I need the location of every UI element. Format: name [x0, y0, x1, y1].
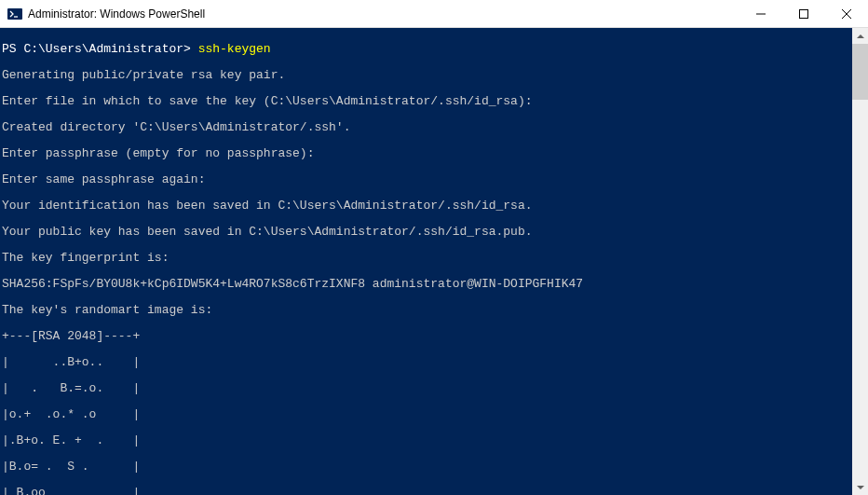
output-line: Your identification has been saved in C:…: [2, 199, 868, 213]
randomart-line: | ..B+o.. |: [2, 356, 868, 369]
close-button[interactable]: [825, 0, 868, 28]
svg-rect-3: [800, 10, 808, 19]
terminal-output[interactable]: PS C:\Users\Administrator> ssh-keygen Ge…: [0, 28, 868, 495]
window-titlebar: Administrator: Windows PowerShell: [0, 0, 868, 28]
output-line: Enter file in which to save the key (C:\…: [2, 95, 868, 108]
svg-rect-0: [7, 8, 22, 20]
scroll-up-arrow[interactable]: [852, 28, 868, 44]
output-line: Created directory 'C:\Users\Administrato…: [2, 121, 868, 134]
command: ssh-keygen: [198, 42, 271, 56]
output-line: Your public key has been saved in C:\Use…: [2, 226, 868, 239]
output-line: The key's randomart image is:: [2, 304, 868, 317]
maximize-button[interactable]: [782, 0, 825, 28]
randomart-line: |o.+ .o.* .o |: [2, 408, 868, 421]
randomart-line: |.B+o. E. + . |: [2, 434, 868, 447]
scrollbar-thumb[interactable]: [852, 44, 868, 100]
output-line: Enter passphrase (empty for no passphras…: [2, 147, 868, 160]
vertical-scrollbar[interactable]: [852, 28, 868, 495]
randomart-line: | B.oo |: [2, 487, 868, 495]
output-line: Enter same passphrase again:: [2, 173, 868, 186]
svg-marker-6: [857, 34, 864, 38]
svg-marker-7: [857, 486, 864, 489]
randomart-line: +---[RSA 2048]----+: [2, 330, 868, 343]
scroll-down-arrow[interactable]: [852, 479, 868, 495]
randomart-line: |B.o= . S . |: [2, 461, 868, 474]
output-line: Generating public/private rsa key pair.: [2, 69, 868, 82]
output-line: The key fingerprint is:: [2, 252, 868, 265]
window-controls: [739, 0, 868, 27]
randomart-line: | . B.=.o. |: [2, 382, 868, 395]
minimize-button[interactable]: [739, 0, 782, 28]
prompt: PS C:\Users\Administrator>: [2, 42, 198, 56]
window-title: Administrator: Windows PowerShell: [28, 7, 739, 21]
scrollbar-track[interactable]: [852, 44, 868, 479]
powershell-icon: [7, 7, 22, 21]
output-line: SHA256:FSpFs/BY0U8k+kCp6IDW5K4+Lw4RO7kS8…: [2, 278, 868, 291]
